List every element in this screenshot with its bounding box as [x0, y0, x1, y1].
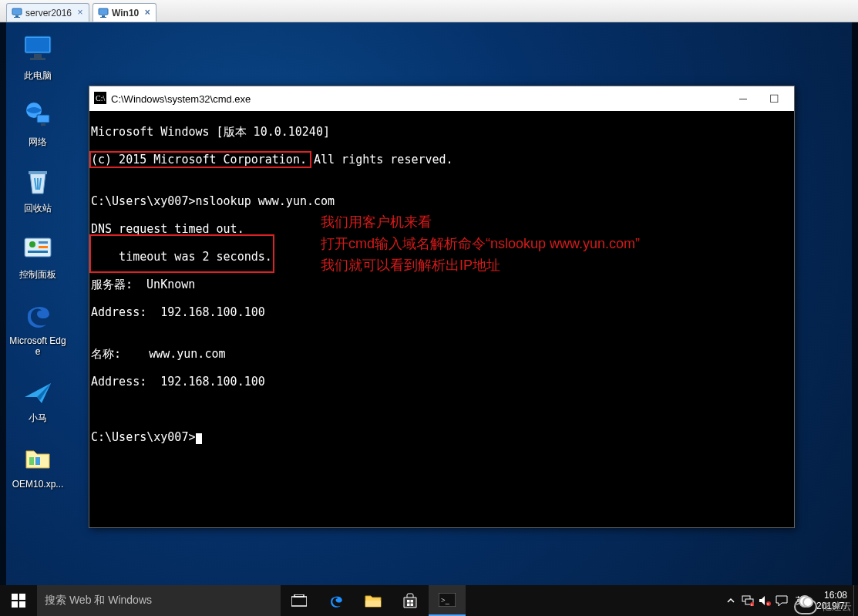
svg-text:C:\: C:\ [96, 94, 105, 103]
svg-rect-33 [411, 604, 414, 607]
cmd-line: Address: 192.168.100.100 [89, 305, 794, 319]
edge-icon [20, 297, 56, 332]
svg-rect-4 [102, 15, 105, 17]
start-button[interactable] [0, 585, 37, 616]
folder-icon [20, 440, 56, 476]
shade [852, 22, 858, 585]
desktop-icon-this-pc[interactable]: 此电脑 [8, 32, 68, 81]
cmd-icon: C:\ [94, 92, 106, 106]
svg-rect-17 [39, 246, 48, 248]
taskbar-app-explorer[interactable] [355, 585, 392, 616]
svg-rect-27 [291, 597, 307, 606]
svg-rect-3 [99, 8, 108, 15]
taskbar-app-cmd[interactable]: >_ [429, 585, 466, 616]
cmd-title-bar[interactable]: C:\ C:\Windows\system32\cmd.exe ─ ☐ [89, 86, 794, 111]
recycle-bin-icon [20, 164, 56, 200]
annotation-text: 打开cmd输入域名解析命令“nslookup www.yun.com” [321, 233, 640, 254]
windows-icon [12, 594, 25, 608]
taskbar-app-store[interactable] [392, 585, 429, 616]
svg-rect-5 [100, 17, 106, 18]
desktop-icon-label: 此电脑 [24, 70, 52, 81]
svg-rect-28 [294, 594, 304, 597]
watermark: 亿速云 [794, 599, 852, 614]
control-panel-icon [20, 231, 56, 266]
maximize-button[interactable]: ☐ [759, 86, 789, 111]
search-input[interactable]: 搜索 Web 和 Windows [37, 585, 281, 616]
desktop-icon-control-panel[interactable]: 控制面板 [8, 231, 68, 280]
cmd-line: Microsoft Windows [版本 10.0.10240] [89, 125, 794, 139]
svg-rect-16 [39, 241, 48, 244]
svg-rect-26 [19, 601, 25, 608]
cmd-body[interactable]: Microsoft Windows [版本 10.0.10240] (c) 20… [89, 111, 794, 597]
tray-volume-icon[interactable]: x [756, 585, 773, 616]
svg-point-15 [29, 241, 35, 247]
monitor-icon [98, 8, 109, 19]
close-icon[interactable]: × [142, 7, 153, 18]
network-icon [20, 98, 56, 133]
desktop-icon-recycle-bin[interactable]: 回收站 [8, 164, 68, 214]
cmd-line: (c) 2015 Microsoft Corporation. All righ… [89, 153, 794, 167]
cmd-title-text: C:\Windows\system32\cmd.exe [111, 93, 251, 105]
cmd-window[interactable]: C:\ C:\Windows\system32\cmd.exe ─ ☐ Micr… [89, 86, 795, 528]
cmd-line: 服务器: UnKnown [89, 278, 794, 291]
svg-rect-1 [15, 15, 19, 17]
task-view-icon [291, 594, 307, 607]
svg-rect-7 [26, 38, 49, 52]
close-icon[interactable]: × [75, 7, 86, 18]
folder-icon [364, 591, 382, 610]
vm-tab-win10[interactable]: Win10 × [93, 3, 156, 22]
annotation-text: 我们就可以看到解析出IP地址 [321, 254, 500, 276]
cmd-prompt: C:\Users\xy007> [89, 430, 794, 444]
cmd-line: Address: 192.168.100.100 [89, 375, 794, 389]
svg-rect-13 [29, 171, 47, 174]
desktop-icon-xiaoma[interactable]: 小马 [8, 374, 68, 423]
svg-rect-32 [407, 604, 410, 607]
svg-rect-20 [35, 457, 40, 465]
cmd-line-command: C:\Users\xy007>nslookup www.yun.com [89, 194, 794, 208]
desktop-icon-network[interactable]: 网络 [8, 98, 68, 147]
tray-network-icon[interactable]: x [739, 585, 756, 616]
taskbar-app-edge[interactable] [318, 585, 355, 616]
svg-rect-18 [28, 251, 48, 253]
monitor-icon [20, 32, 56, 67]
paper-plane-icon [20, 374, 56, 409]
svg-rect-31 [411, 600, 414, 603]
edge-icon [327, 591, 345, 610]
svg-rect-25 [12, 601, 18, 608]
desktop-icon-label: Microsoft Edge [8, 335, 68, 357]
vm-tab-bar: server2016 × Win10 × [0, 0, 858, 22]
svg-rect-12 [41, 123, 45, 126]
task-view-button[interactable] [281, 585, 318, 616]
cmd-icon: >_ [439, 593, 456, 607]
vm-tab-label: Win10 [112, 8, 139, 19]
desktop-icons: 此电脑 网络 回收站 控制面板 Microsoft Edge [8, 32, 68, 490]
desktop-icon-edge[interactable]: Microsoft Edge [8, 297, 68, 357]
svg-rect-29 [365, 601, 381, 607]
tray-action-center-icon[interactable] [773, 585, 790, 616]
desktop[interactable]: 此电脑 网络 回收站 控制面板 Microsoft Edge [0, 22, 858, 616]
svg-text:>_: >_ [441, 596, 450, 604]
vm-tab-server2016[interactable]: server2016 × [6, 3, 89, 22]
svg-rect-9 [30, 58, 45, 60]
taskbar: 搜索 Web 和 Windows >_ x x [0, 585, 858, 616]
cmd-line: 名称: www.yun.com [89, 347, 794, 361]
desktop-icon-label: 回收站 [24, 203, 52, 214]
show-desktop-button[interactable] [853, 585, 858, 616]
cloud-icon [794, 599, 817, 614]
svg-rect-0 [12, 8, 22, 15]
svg-rect-19 [29, 457, 34, 465]
desktop-icon-label: 小马 [29, 412, 47, 423]
store-icon [402, 592, 419, 609]
shade [0, 22, 6, 585]
monitor-icon [12, 8, 22, 19]
desktop-icon-label: OEM10.xp... [12, 479, 64, 490]
desktop-icon-oem10[interactable]: OEM10.xp... [8, 440, 68, 490]
annotation-text: 我们用客户机来看 [321, 211, 432, 233]
svg-rect-8 [34, 54, 42, 58]
cursor [196, 433, 202, 444]
svg-rect-23 [12, 594, 18, 600]
svg-rect-2 [14, 17, 20, 18]
svg-rect-11 [37, 115, 49, 123]
minimize-button[interactable]: ─ [728, 86, 759, 111]
tray-up-icon[interactable] [722, 585, 739, 616]
